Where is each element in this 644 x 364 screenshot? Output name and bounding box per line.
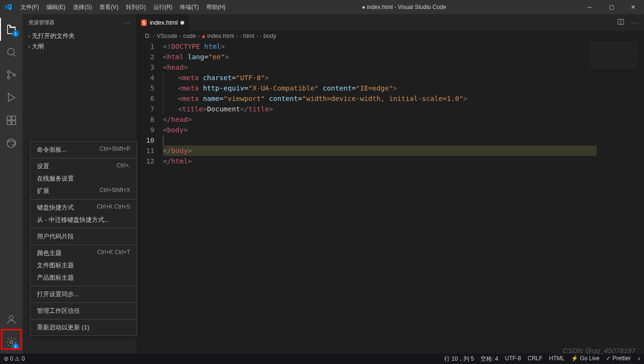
- extensions-icon[interactable]: [0, 109, 23, 132]
- svg-point-2: [8, 77, 10, 79]
- menu-item[interactable]: 终端(T): [176, 0, 202, 14]
- title-bar: 文件(F)编辑(E)选择(S)查看(V)转到(G)运行(R)终端(T)帮助(H)…: [0, 0, 644, 14]
- context-menu-item[interactable]: 扩展Ctrl+Shift+X: [30, 185, 137, 197]
- svg-point-0: [8, 48, 14, 55]
- tab-label: index.html: [150, 19, 178, 26]
- chevron-right-icon: ›: [28, 34, 30, 39]
- activity-bar: 1 1: [0, 14, 23, 354]
- split-editor-icon[interactable]: [617, 18, 625, 27]
- tab-index-html[interactable]: 5 index.html: [136, 14, 189, 31]
- badge-icon: 1: [12, 30, 19, 37]
- status-item[interactable]: 行 10，列 5: [444, 355, 474, 363]
- gear-icon[interactable]: 1: [0, 331, 23, 354]
- edge-tools-icon[interactable]: [0, 132, 23, 155]
- sidebar-section[interactable]: ›大纲: [23, 41, 136, 52]
- account-icon[interactable]: [0, 308, 23, 331]
- sidebar-title: 资源管理器: [28, 19, 54, 26]
- more-icon[interactable]: ···: [124, 20, 131, 26]
- menu-item[interactable]: 选择(S): [69, 0, 96, 14]
- vscode-logo-icon: [0, 3, 17, 11]
- maximize-button[interactable]: ▢: [600, 0, 622, 14]
- breadcrumb-item[interactable]: ◆ index.html: [202, 33, 234, 39]
- context-menu-item[interactable]: 打开设置同步...: [30, 288, 137, 300]
- menu-item[interactable]: 运行(R): [150, 0, 177, 14]
- context-menu-item[interactable]: 文件图标主题: [30, 259, 137, 272]
- menu-item[interactable]: 文件(F): [17, 0, 43, 14]
- context-menu-item[interactable]: 键盘快捷方式Ctrl+K Ctrl+S: [30, 201, 137, 214]
- breadcrumb-item[interactable]: ▫ html: [240, 33, 255, 39]
- menu-item[interactable]: 转到(G): [122, 0, 149, 14]
- code-editor[interactable]: 123456789101112 <!DOCTYPE html><html lan…: [136, 41, 644, 354]
- status-item[interactable]: ✓ Prettier: [606, 355, 631, 363]
- breadcrumb-item[interactable]: VScode: [157, 33, 178, 39]
- chevron-right-icon: ›: [28, 44, 30, 49]
- menu-bar: 文件(F)编辑(E)选择(S)查看(V)转到(G)运行(R)终端(T)帮助(H): [17, 0, 229, 14]
- context-menu-item[interactable]: 用户代码片段: [30, 230, 137, 243]
- sidebar-section[interactable]: ›无打开的文件夹: [23, 31, 136, 41]
- menu-item[interactable]: 查看(V): [96, 0, 122, 14]
- context-menu-item[interactable]: 产品图标主题: [30, 272, 137, 284]
- minimize-button[interactable]: ─: [579, 0, 600, 14]
- svg-rect-5: [7, 116, 11, 120]
- svg-point-3: [13, 74, 16, 76]
- svg-rect-8: [12, 121, 16, 125]
- status-item[interactable]: UTF-8: [505, 355, 521, 363]
- context-menu-item[interactable]: 设置Ctrl+,: [30, 160, 137, 173]
- context-menu-item[interactable]: 命令面板...Ctrl+Shift+P: [30, 144, 137, 156]
- window-title: ● index.html - Visual Studio Code: [229, 4, 579, 10]
- svg-point-1: [8, 71, 10, 73]
- vertical-scrollbar[interactable]: [637, 31, 644, 354]
- tab-bar: 5 index.html ···: [136, 14, 644, 31]
- settings-context-menu: 命令面板...Ctrl+Shift+P设置Ctrl+,在线服务设置扩展Ctrl+…: [30, 141, 137, 336]
- status-item[interactable]: ♪: [637, 355, 640, 363]
- run-debug-icon[interactable]: [0, 86, 23, 109]
- context-menu-item[interactable]: 颜色主题Ctrl+K Ctrl+T: [30, 247, 137, 259]
- context-menu-item[interactable]: 重新启动以更新 (1): [30, 321, 137, 334]
- close-button[interactable]: ✕: [622, 0, 644, 14]
- context-menu-item[interactable]: 从 - 中迁移键盘快捷方式...: [30, 214, 137, 226]
- status-item[interactable]: ⚡ Go Live: [571, 355, 599, 363]
- minimap[interactable]: [590, 41, 637, 70]
- status-bar: ⊘ 0 ⚠ 0 行 10，列 5空格: 4UTF-8CRLFHTML⚡ Go L…: [0, 354, 644, 364]
- svg-rect-6: [12, 116, 16, 120]
- status-item[interactable]: HTML: [549, 355, 565, 363]
- menu-item[interactable]: 编辑(E): [43, 0, 69, 14]
- more-icon[interactable]: ···: [631, 19, 639, 26]
- context-menu-item[interactable]: 在线服务设置: [30, 173, 137, 185]
- status-item[interactable]: CRLF: [528, 355, 542, 363]
- html-file-icon: 5: [141, 19, 147, 26]
- watermark-text: CSDN @qq_45078197: [563, 346, 635, 355]
- breadcrumb-item[interactable]: D:: [145, 33, 151, 39]
- breadcrumb-item[interactable]: code: [183, 33, 196, 39]
- breadcrumbs[interactable]: D: › VScode › code ›◆ index.html›▫ html›…: [136, 31, 644, 41]
- svg-point-10: [9, 316, 13, 319]
- breadcrumb-item[interactable]: ▫ body: [260, 33, 276, 39]
- source-control-icon[interactable]: [0, 64, 23, 86]
- explorer-icon[interactable]: 1: [0, 18, 23, 41]
- search-icon[interactable]: [0, 41, 23, 64]
- editor-area: 5 index.html ··· D: › VScode › code ›◆ i…: [136, 14, 644, 354]
- status-problems[interactable]: ⊘ 0 ⚠ 0: [4, 355, 25, 362]
- status-item[interactable]: 空格: 4: [481, 355, 498, 363]
- context-menu-item[interactable]: 管理工作区信任: [30, 305, 137, 317]
- badge-icon: 1: [12, 343, 19, 350]
- menu-item[interactable]: 帮助(H): [203, 0, 230, 14]
- svg-point-4: [8, 93, 9, 94]
- svg-point-9: [7, 139, 16, 147]
- svg-point-11: [10, 341, 13, 344]
- dirty-indicator-icon: [180, 21, 184, 25]
- svg-rect-7: [7, 121, 11, 125]
